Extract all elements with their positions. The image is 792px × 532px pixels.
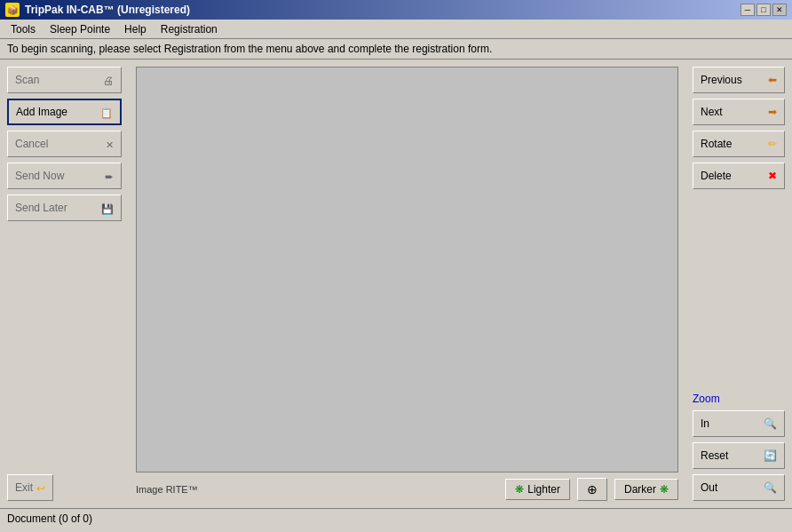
- rotate-label: Rotate: [701, 138, 732, 150]
- previous-button[interactable]: Previous: [693, 67, 785, 93]
- zoom-out-label: Out: [701, 481, 717, 494]
- image-footer: Image RITE™ Lighter Darker: [136, 472, 678, 501]
- send-now-label: Send Now: [15, 170, 64, 182]
- menu-bar: Tools Sleep Pointe Help Registration: [0, 20, 792, 39]
- app-icon: 📦: [5, 3, 20, 17]
- zoom-in-button[interactable]: In: [693, 410, 785, 437]
- lighter-label: Lighter: [527, 483, 560, 496]
- cancel-icon: [106, 137, 114, 151]
- darker-button[interactable]: Darker: [614, 479, 678, 500]
- zoom-reset-label: Reset: [701, 449, 728, 462]
- lighter-button[interactable]: Lighter: [505, 479, 570, 500]
- delete-label: Delete: [701, 170, 732, 182]
- image-rite-label: Image RITE™: [136, 484, 198, 495]
- scan-label: Scan: [15, 74, 39, 86]
- zoom-label: Zoom: [693, 393, 785, 405]
- send-later-icon: [101, 201, 114, 215]
- menu-registration[interactable]: Registration: [154, 21, 225, 37]
- info-message: To begin scanning, please select Registr…: [7, 43, 492, 55]
- right-panel: Previous Next Rotate Delete Zoom In Rese…: [685, 60, 792, 508]
- menu-tools[interactable]: Tools: [4, 21, 43, 37]
- minimize-button[interactable]: ─: [741, 4, 755, 16]
- send-now-icon: [105, 169, 114, 183]
- zoom-out-button[interactable]: Out: [693, 474, 785, 501]
- exit-area: Exit: [7, 474, 122, 501]
- exit-icon: [36, 480, 45, 495]
- center-icon: [587, 482, 598, 496]
- menu-help[interactable]: Help: [117, 21, 154, 37]
- zoom-reset-icon: [764, 449, 777, 462]
- next-label: Next: [701, 106, 723, 118]
- title-bar-left: 📦 TripPak IN-CAB™ (Unregistered): [5, 3, 190, 17]
- zoom-reset-button[interactable]: Reset: [693, 442, 785, 469]
- zoom-in-label: In: [701, 417, 709, 430]
- app-title: TripPak IN-CAB™ (Unregistered): [25, 4, 190, 16]
- status-bar: Document (0 of 0): [0, 508, 792, 528]
- delete-icon: [768, 170, 777, 182]
- lighter-icon: [515, 483, 524, 496]
- exit-label: Exit: [15, 481, 33, 494]
- left-panel: Scan Add Image Cancel Send Now Send Late…: [0, 60, 129, 508]
- image-canvas: [136, 67, 678, 472]
- print-icon: [103, 73, 114, 87]
- darker-label: Darker: [624, 483, 656, 496]
- status-text: Document (0 of 0): [7, 512, 92, 525]
- info-bar: To begin scanning, please select Registr…: [0, 39, 792, 60]
- main-container: Scan Add Image Cancel Send Now Send Late…: [0, 60, 792, 508]
- zoom-in-icon: [764, 417, 777, 430]
- next-button[interactable]: Next: [693, 99, 785, 125]
- rotate-icon: [768, 138, 777, 150]
- center-button[interactable]: [577, 478, 607, 501]
- send-now-button[interactable]: Send Now: [7, 163, 122, 189]
- send-later-button[interactable]: Send Later: [7, 195, 122, 221]
- cancel-label: Cancel: [15, 138, 48, 150]
- title-bar: 📦 TripPak IN-CAB™ (Unregistered) ─ □ ✕: [0, 0, 792, 20]
- previous-icon: [768, 74, 777, 86]
- maximize-button[interactable]: □: [756, 4, 771, 16]
- cancel-button[interactable]: Cancel: [7, 131, 122, 157]
- image-area-container: Image RITE™ Lighter Darker: [129, 60, 685, 508]
- rotate-button[interactable]: Rotate: [693, 131, 785, 157]
- exit-button[interactable]: Exit: [7, 474, 53, 501]
- scan-button[interactable]: Scan: [7, 67, 122, 93]
- title-bar-controls[interactable]: ─ □ ✕: [741, 4, 787, 16]
- next-icon: [768, 106, 777, 118]
- zoom-out-icon: [764, 481, 777, 494]
- close-button[interactable]: ✕: [772, 4, 787, 16]
- add-icon: [100, 105, 113, 119]
- menu-sleep-pointe[interactable]: Sleep Pointe: [43, 21, 117, 37]
- previous-label: Previous: [701, 74, 742, 86]
- spacer: [693, 195, 785, 380]
- send-later-label: Send Later: [15, 202, 67, 214]
- delete-button[interactable]: Delete: [693, 163, 785, 189]
- add-image-label: Add Image: [16, 106, 67, 118]
- darker-icon: [660, 483, 669, 496]
- add-image-button[interactable]: Add Image: [7, 99, 122, 125]
